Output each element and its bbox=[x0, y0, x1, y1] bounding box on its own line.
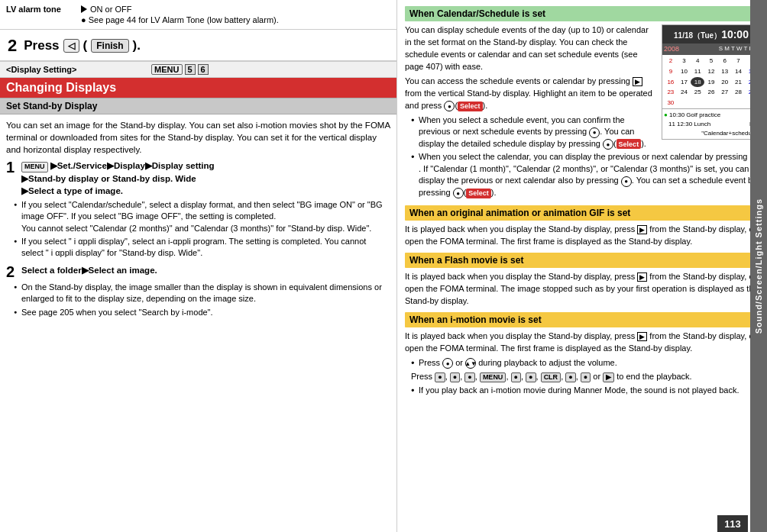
original-animation-highlight: When an original animation or animation … bbox=[405, 205, 761, 221]
lv-alarm-on-off: ON or OFF bbox=[90, 5, 131, 14]
menu-num-6: 6 bbox=[198, 64, 209, 75]
step2-header: 2 Select a folder▶Select an image. bbox=[6, 264, 390, 279]
right-main: When Calendar/Schedule is set 11/18（Tue）… bbox=[397, 0, 767, 532]
page-number: 113 bbox=[717, 515, 748, 532]
cal-date-header: 11/18（Tue）10:00 bbox=[662, 25, 760, 44]
flash-movie-highlight: When a Flash movie is set bbox=[405, 253, 761, 268]
key-circle-7[interactable]: ● bbox=[581, 372, 591, 382]
i-motion-press-line: Press ●, ●, ●, MENU, ●, ●, CLR, ●, ● or … bbox=[411, 371, 761, 383]
i-motion-bullet-2-list: ● If you play back an i-motion movie dur… bbox=[411, 385, 761, 396]
page-num-text: 113 bbox=[724, 518, 741, 530]
lv-alarm-note: See page 44 for LV Alarm Tone (low batte… bbox=[89, 15, 279, 24]
key-menu[interactable]: MENU bbox=[480, 372, 506, 382]
i-motion-bullet-2: ● If you play back an i-motion movie dur… bbox=[411, 385, 761, 396]
set-standby-bar: Set Stand-by Display bbox=[0, 98, 396, 114]
step1-number: 1 bbox=[6, 160, 18, 175]
i-motion-highlight: When an i-motion movie is set bbox=[405, 312, 761, 327]
key-circle-2[interactable]: ● bbox=[450, 372, 460, 382]
key-circle-5[interactable]: ● bbox=[526, 372, 536, 382]
anim-para-1: It is played back when you display the S… bbox=[405, 224, 761, 248]
step2-bullets: On the Stand-by display, the image small… bbox=[14, 282, 390, 318]
step1-content: MENU ▶Set./Service▶Display▶Display setti… bbox=[21, 160, 215, 196]
triangle-icon bbox=[81, 5, 87, 13]
key-circle-1[interactable]: ● bbox=[435, 372, 445, 382]
key-circle-6[interactable]: ● bbox=[565, 372, 575, 382]
left-column: LV alarm tone ON or OFF ● See page 44 fo… bbox=[0, 0, 397, 532]
i-motion-para-1: It is played back when you display the S… bbox=[405, 330, 761, 355]
display-title: Changing Displays bbox=[0, 78, 396, 98]
cal-bullet-list: ● When you select a schedule event, you … bbox=[411, 114, 761, 199]
step2-number: 2 bbox=[6, 264, 18, 279]
calendar-schedule-body: 11/18（Tue）10:00 2008 S M T W T F S 23456… bbox=[405, 24, 761, 201]
cal-month: 2008 S M T W T F S bbox=[662, 44, 760, 55]
finish-button[interactable]: Finish bbox=[91, 39, 128, 53]
close-paren-dot: ). bbox=[133, 38, 141, 53]
lv-alarm-label: LV alarm tone bbox=[6, 5, 75, 24]
flash-movie-section: When a Flash movie is set It is played b… bbox=[405, 253, 761, 312]
sidebar-label: Sound/Screen/Light Settings bbox=[754, 198, 763, 334]
i-motion-bullet-1: ● Press ● or ▲▼ during playback to adjus… bbox=[411, 357, 761, 369]
set-standby-label: Set Stand-by Display bbox=[6, 101, 97, 111]
step2-bullet-1: On the Stand-by display, the image small… bbox=[14, 282, 390, 305]
lv-alarm-section: LV alarm tone ON or OFF ● See page 44 fo… bbox=[0, 0, 396, 30]
press-section: 2 Press ◁ ( Finish ). bbox=[0, 30, 396, 62]
step2-block: 2 Select a folder▶Select an image. On th… bbox=[6, 264, 390, 318]
menu-icon: MENU bbox=[151, 64, 182, 75]
sidebar: Sound/Screen/Light Settings bbox=[750, 0, 767, 532]
step2-content: Select a folder▶Select an image. bbox=[21, 264, 157, 276]
flash-movie-body: It is played back when you display the S… bbox=[405, 271, 761, 308]
original-animation-section: When an original animation or animation … bbox=[405, 205, 761, 253]
step1-bullet-1: If you select "Calendar/schedule", selec… bbox=[14, 199, 390, 234]
key-button-circle[interactable]: ◁ bbox=[63, 39, 79, 53]
key-circle-3[interactable]: ● bbox=[464, 372, 474, 382]
step2-bullet-2: See page 205 when you select "Search by … bbox=[14, 307, 390, 318]
display-setting-header: <Display Setting> MENU 5 6 bbox=[0, 62, 396, 78]
step1-menu-icon: MENU bbox=[21, 162, 48, 172]
right-column: When Calendar/Schedule is set 11/18（Tue）… bbox=[397, 0, 767, 532]
lv-alarm-content: ON or OFF ● See page 44 for LV Alarm Ton… bbox=[81, 5, 279, 24]
cal-days-grid: 2345678 9101112131415 16171819202122 232… bbox=[662, 55, 760, 108]
step-number-2: 2 bbox=[8, 36, 17, 56]
calendar-schedule-section: When Calendar/Schedule is set 11/18（Tue）… bbox=[405, 6, 761, 205]
i-motion-section: When an i-motion movie is set It is play… bbox=[405, 312, 761, 401]
lv-alarm-row2: ● See page 44 for LV Alarm Tone (low bat… bbox=[81, 15, 279, 24]
cal-bullet-2: ● When you select the calendar, you can … bbox=[411, 151, 761, 198]
key-circle-4[interactable]: ● bbox=[511, 372, 521, 382]
original-animation-body: It is played back when you display the S… bbox=[405, 224, 761, 248]
display-body: You can set an image for the Stand-by di… bbox=[0, 114, 396, 532]
step1-block: 1 MENU ▶Set./Service▶Display▶Display set… bbox=[6, 160, 390, 259]
press-word: Press bbox=[24, 38, 59, 53]
lv-alarm-row1: ON or OFF bbox=[81, 5, 279, 14]
cal-bullet-1: ● When you select a schedule event, you … bbox=[411, 114, 761, 150]
display-setting-section: <Display Setting> MENU 5 6 Changing Disp… bbox=[0, 62, 396, 532]
press-line: 2 Press ◁ ( Finish ). bbox=[8, 36, 389, 56]
changing-displays-title: Changing Displays bbox=[6, 81, 116, 94]
flash-para-1: It is played back when you display the S… bbox=[405, 271, 761, 308]
menu-num-5: 5 bbox=[185, 64, 196, 75]
step1-bullet-2: If you select " i αppli display", select… bbox=[14, 236, 390, 260]
calendar-schedule-highlight: When Calendar/Schedule is set bbox=[405, 6, 761, 21]
key-arrow[interactable]: ▶ bbox=[603, 372, 614, 382]
key-clr[interactable]: CLR bbox=[541, 372, 561, 382]
i-motion-bullets: ● Press ● or ▲▼ during playback to adjus… bbox=[411, 357, 761, 369]
standby-description: You can set an image for the Stand-by di… bbox=[6, 119, 390, 156]
step1-bullets: If you select "Calendar/schedule", selec… bbox=[14, 199, 390, 260]
step1-header: 1 MENU ▶Set./Service▶Display▶Display set… bbox=[6, 160, 390, 196]
display-setting-label: <Display Setting> bbox=[6, 65, 76, 74]
i-motion-body: It is played back when you display the S… bbox=[405, 330, 761, 397]
open-paren: ( bbox=[83, 38, 88, 53]
